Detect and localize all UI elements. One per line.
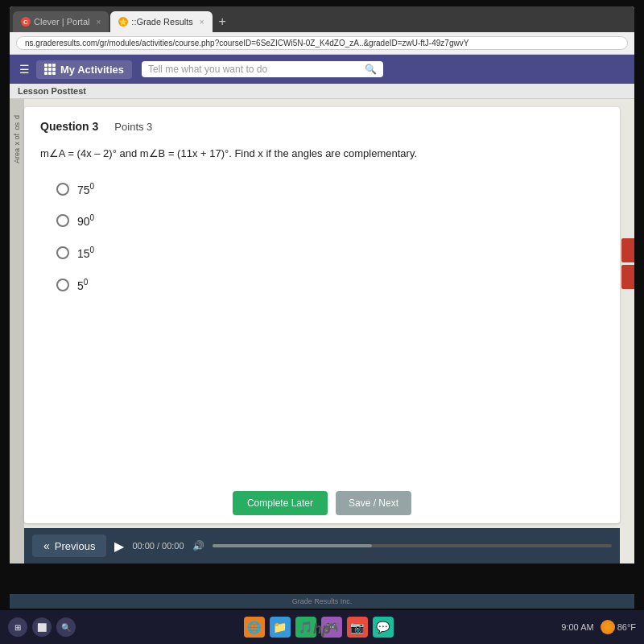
radio-2[interactable] [56, 214, 69, 227]
browser-window: C Clever | Portal × ⭐ ::Grade Results × … [10, 6, 634, 564]
question-card: Question 3 Points 3 m∠A = (4x – 2)° and … [24, 107, 620, 523]
option-2-text: 900 [77, 213, 94, 228]
option-3[interactable]: 150 [56, 246, 604, 260]
grid-icon [44, 64, 56, 75]
save-next-button[interactable]: Save / Next [336, 491, 411, 515]
volume-icon[interactable]: 🔊 [192, 540, 204, 551]
question-text: m∠A = (4x – 2)° and m∠B = (11x + 17)°. F… [40, 146, 604, 163]
media-bar: « Previous ▶ 00:00 / 00:00 🔊 [24, 528, 620, 564]
hp-logo: hp [313, 621, 331, 638]
tab-bar: C Clever | Portal × ⭐ ::Grade Results × … [10, 6, 634, 32]
taskbar-right: 9:00 AM 86°F [561, 620, 636, 634]
my-activities-label: My Activities [60, 64, 124, 76]
time-display: 00:00 / 00:00 [132, 541, 184, 551]
taskbar-app-5[interactable]: 📷 [347, 617, 368, 638]
address-input[interactable]: ns.graderesults.com/gr/modules/activitie… [16, 36, 628, 50]
sidebar-text-1: d [13, 115, 21, 119]
tab-clever[interactable]: C Clever | Portal × [13, 11, 109, 32]
progress-fill [213, 544, 373, 547]
grade-results-text: Grade Results Inc. [292, 597, 353, 605]
search-icon[interactable]: 🔍 [365, 64, 377, 75]
option-4[interactable]: 50 [56, 278, 604, 292]
grade-favicon: ⭐ [118, 17, 128, 27]
taskbar-app-2[interactable]: 📁 [270, 617, 291, 638]
grade-results-bar: Grade Results Inc. [10, 594, 634, 609]
taskbar-app-6[interactable]: 💬 [373, 617, 394, 638]
tab-grade-label: ::Grade Results [131, 17, 192, 27]
new-tab-button[interactable]: + [214, 11, 231, 32]
points-label: Points 3 [114, 121, 152, 133]
hamburger-icon[interactable]: ☰ [19, 63, 30, 76]
right-btn-2[interactable] [621, 265, 634, 289]
tab-clever-label: Clever | Portal [34, 17, 90, 27]
content-area: d os x of Area Question 3 Points 3 m∠A =… [10, 99, 634, 564]
address-bar: ns.graderesults.com/gr/modules/activitie… [10, 32, 634, 55]
radio-4[interactable] [56, 279, 69, 291]
taskbar-left: ⊞ ⬜ 🔍 [8, 617, 76, 637]
radio-1[interactable] [56, 183, 69, 196]
card-footer: Complete Later Save / Next [24, 491, 620, 515]
left-sidebar: d os x of Area [10, 99, 24, 564]
windows-button[interactable]: ⊞ [8, 617, 27, 637]
question-number: Question 3 [40, 120, 98, 133]
previous-label: Previous [55, 540, 96, 552]
my-activities-button[interactable]: My Activities [36, 60, 132, 79]
option-2[interactable]: 900 [56, 213, 604, 228]
option-1-text: 750 [77, 182, 94, 196]
option-3-text: 150 [77, 246, 94, 260]
tab-clever-close[interactable]: × [97, 18, 101, 27]
answer-options: 750 900 150 [56, 182, 604, 292]
lesson-label: Lesson Posttest [10, 84, 634, 99]
task-view-button[interactable]: ⬜ [32, 617, 52, 637]
app-header: ☰ My Activities Tell me what you want to… [10, 55, 634, 84]
right-sidebar [621, 238, 634, 289]
laptop-screen: C Clever | Portal × ⭐ ::Grade Results × … [0, 0, 644, 644]
previous-button[interactable]: « Previous [32, 535, 106, 557]
prev-icon: « [43, 539, 50, 552]
option-4-text: 50 [77, 278, 88, 292]
weather-badge: 86°F [601, 620, 636, 634]
radio-3[interactable] [56, 246, 69, 259]
search-taskbar-button[interactable]: 🔍 [56, 617, 76, 637]
weather-icon [601, 620, 615, 634]
question-header: Question 3 Points 3 [40, 120, 604, 133]
sidebar-text-2: os [13, 122, 21, 130]
sidebar-text-3: x of [13, 134, 21, 146]
taskbar-clock: 9:00 AM [561, 622, 593, 632]
play-button[interactable]: ▶ [114, 539, 124, 554]
taskbar-app-1[interactable]: 🌐 [244, 617, 265, 638]
option-1[interactable]: 750 [56, 182, 604, 196]
search-bar[interactable]: Tell me what you want to do 🔍 [142, 61, 383, 77]
search-placeholder: Tell me what you want to do [148, 64, 365, 75]
tab-grade[interactable]: ⭐ ::Grade Results × [110, 11, 212, 32]
sidebar-text-4: Area [13, 148, 21, 163]
tab-grade-close[interactable]: × [200, 18, 204, 27]
temperature: 86°F [617, 622, 636, 632]
right-btn-1[interactable] [621, 238, 634, 262]
complete-later-button[interactable]: Complete Later [233, 491, 328, 515]
progress-bar[interactable] [213, 544, 612, 547]
clever-favicon: C [21, 17, 31, 27]
